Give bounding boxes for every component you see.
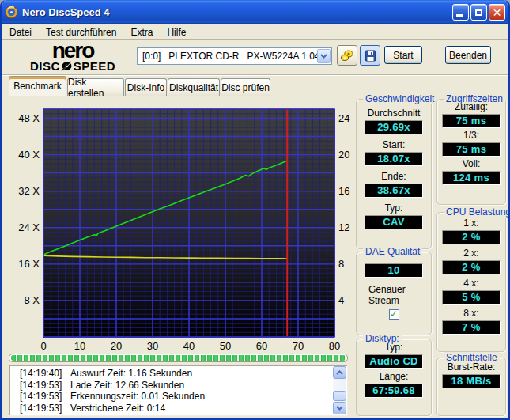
- minimize-button[interactable]: [452, 4, 469, 21]
- lcd-value: 7 %: [442, 320, 501, 335]
- lcd-value: CAV: [365, 215, 423, 229]
- quit-button[interactable]: Beenden: [445, 46, 491, 64]
- disc-eject-icon: [340, 48, 354, 62]
- field-label: 1 x:: [437, 218, 505, 229]
- right-axis-tick: 4: [338, 294, 344, 306]
- panel-zugriffszeiten: Zugriffszeiten Zufällig:75 ms1/3:75 msVo…: [436, 99, 506, 205]
- field-row: 1 x:2 %: [437, 218, 505, 244]
- left-axis-tick: 16 X: [18, 258, 40, 270]
- titlebar[interactable]: Nero DiscSpeed 4 ✕: [0, 0, 510, 24]
- lcd-value: Audio CD: [365, 354, 423, 369]
- field-label: Durchschnitt: [357, 108, 431, 119]
- log-scrollbar[interactable]: [333, 366, 346, 414]
- x-axis-tick: 50: [220, 340, 231, 352]
- scroll-thumb[interactable]: [333, 391, 346, 401]
- window-title: Nero DiscSpeed 4: [22, 6, 451, 18]
- save-button[interactable]: [360, 45, 380, 66]
- start-button[interactable]: Start: [384, 46, 422, 64]
- menu-datei[interactable]: Datei: [8, 25, 38, 40]
- field-label: 1/3:: [437, 130, 505, 141]
- tab-benchmark[interactable]: Benchmark: [9, 76, 66, 96]
- lcd-value: 18 MB/s: [442, 374, 501, 388]
- panel-cpu-belastung: CPU Belastung 1 x:2 %2 x:2 %4 x:5 %8 x:7…: [436, 212, 506, 352]
- left-axis-tick: 24 X: [18, 221, 40, 233]
- left-axis-tick: 40 X: [18, 149, 40, 161]
- lcd-value: 124 ms: [442, 171, 501, 185]
- log-timestamp: [14:19:53]: [20, 391, 70, 403]
- combo-arrow-button[interactable]: [317, 49, 331, 63]
- field-row: Burst-Rate:18 MB/s: [437, 361, 505, 388]
- right-axis-tick: 8: [338, 258, 344, 270]
- field-row: 4 x:5 %: [437, 278, 505, 305]
- menu-hilfe[interactable]: Hilfe: [165, 25, 192, 40]
- log-timestamp: [14:19:53]: [20, 403, 70, 414]
- field-row: Zufällig:75 ms: [437, 101, 505, 128]
- right-axis-tick: 24: [338, 112, 349, 124]
- dae-quality-value: 10: [365, 263, 423, 278]
- accurate-stream-label: Genauer Stream: [368, 284, 419, 306]
- x-axis-tick: 20: [111, 340, 122, 352]
- menu-test-durchfuehren[interactable]: Test durchführen: [44, 25, 123, 40]
- drive-select[interactable]: [0:0] PLEXTOR CD-R PX-W5224A 1.04: [137, 47, 332, 65]
- maximize-icon: [475, 9, 482, 16]
- scroll-down-button[interactable]: [333, 402, 346, 414]
- lcd-value: 29.69x: [365, 120, 423, 134]
- app-window: Nero DiscSpeed 4 ✕ Datei Test durchführe…: [0, 0, 510, 420]
- log-line: [14:19:53]Lade Zeit: 12.66 Sekunden: [20, 380, 330, 392]
- x-axis-tick: 70: [293, 340, 304, 352]
- field-row: Voll:124 ms: [437, 158, 505, 185]
- scroll-up-button[interactable]: [333, 366, 346, 379]
- benchmark-chart: 48 X40 X32 X24 X16 X8 X24201612840102030…: [2, 103, 350, 352]
- log-line: [14:19:53]Verstrichene Zeit: 0:14: [20, 403, 330, 414]
- panel-title: Schnittstelle: [444, 352, 500, 363]
- nero-discspeed-logo: nero DISC SPEED: [13, 41, 132, 73]
- lcd-value: 5 %: [442, 290, 501, 305]
- field-row: Ende:38.67x: [357, 171, 431, 198]
- close-icon: ✕: [489, 6, 504, 20]
- log-lines: [14:19:40]Auswurf Zeit: 1.16 Sekunden[14…: [20, 368, 330, 414]
- progress-bar: [9, 354, 348, 362]
- menu-extra[interactable]: Extra: [129, 25, 159, 40]
- accurate-stream-checkbox[interactable]: ✓: [389, 309, 399, 320]
- x-axis-tick: 30: [147, 340, 158, 352]
- tab-diskqualitaet[interactable]: Diskqualität: [168, 78, 220, 96]
- log-text: Erkennungszeit: 0.01 Sekunden: [70, 391, 205, 403]
- app-icon: [5, 6, 18, 19]
- chevron-down-icon: [320, 54, 327, 59]
- right-axis-tick: 20: [338, 149, 349, 161]
- panel-geschwindigkeit: Geschwindigkeit Durchschnitt29.69xStart:…: [356, 99, 432, 249]
- log-line: [14:19:40]Auswurf Zeit: 1.16 Sekunden: [20, 368, 330, 380]
- field-row: 1/3:75 ms: [437, 130, 505, 157]
- field-row: Start:18.07x: [357, 139, 431, 166]
- field-row: Typ:CAV: [357, 202, 431, 229]
- disc-slash-icon: [61, 60, 73, 72]
- progress-bar-fill: [11, 355, 346, 361]
- logo-speed-text: SPEED: [74, 59, 115, 73]
- tab-disc-pruefen[interactable]: Disc prüfen: [221, 78, 270, 96]
- left-axis-tick: 8 X: [24, 294, 40, 306]
- right-axis-tick: 12: [338, 221, 349, 233]
- eject-disc-button[interactable]: [337, 45, 357, 66]
- lcd-value: 75 ms: [442, 114, 501, 128]
- panel-title: Geschwindigkeit: [363, 93, 436, 104]
- right-axis-tick: 16: [338, 185, 349, 197]
- field-row: Typ:Audio CD: [357, 342, 431, 369]
- field-label: Voll:: [437, 158, 505, 169]
- x-axis-tick: 10: [74, 340, 85, 352]
- panel-title: Zugriffszeiten: [444, 93, 505, 104]
- drive-select-value: [0:0] PLEXTOR CD-R PX-W5224A 1.04: [138, 48, 331, 64]
- tab-disk-erstellen[interactable]: Disk erstellen: [67, 78, 124, 96]
- panel-schnittstelle: Schnittstelle Burst-Rate:18 MB/s: [436, 358, 506, 416]
- x-axis-tick: 0: [40, 340, 46, 352]
- tab-disk-info[interactable]: Disk-Info: [125, 78, 167, 96]
- logo-disc-text: DISC: [30, 59, 60, 73]
- panel-disktyp: Disktyp: Typ:Audio CDLänge:67:59.68: [356, 339, 432, 416]
- close-button[interactable]: ✕: [489, 4, 505, 21]
- panel-title: DAE Qualität: [363, 246, 422, 257]
- field-label: Länge:: [357, 371, 431, 382]
- maximize-button[interactable]: [470, 4, 487, 21]
- x-axis-tick: 60: [256, 340, 267, 352]
- log-text: Auswurf Zeit: 1.16 Sekunden: [70, 368, 192, 380]
- log-text: Verstrichene Zeit: 0:14: [70, 403, 165, 414]
- field-row: Länge:67:59.68: [357, 371, 431, 398]
